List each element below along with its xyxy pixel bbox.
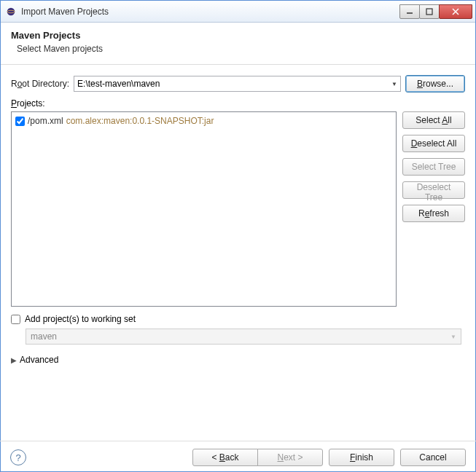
working-set-select: maven ▼ xyxy=(26,329,461,345)
page-title: Maven Projects xyxy=(11,30,465,41)
cancel-button[interactable]: Cancel xyxy=(400,449,466,466)
root-directory-value: E:\test-maven\maven xyxy=(77,79,160,89)
svg-rect-3 xyxy=(426,9,432,15)
working-set-value: maven xyxy=(31,331,57,342)
refresh-button[interactable]: Refresh xyxy=(402,205,465,222)
browse-button[interactable]: Browse... xyxy=(405,75,465,93)
svg-point-0 xyxy=(7,7,15,15)
close-button[interactable] xyxy=(439,4,472,19)
dialog-header: Maven Projects Select Maven projects xyxy=(1,23,475,65)
dropdown-icon: ▼ xyxy=(450,334,456,340)
dropdown-icon: ▼ xyxy=(391,81,397,87)
project-coordinates: com.alex:maven:0.0.1-SNAPSHOT:jar xyxy=(66,116,214,126)
dialog-footer: ? < Back Next > Finish Cancel xyxy=(0,441,476,466)
advanced-label: Advanced xyxy=(20,355,58,365)
minimize-button[interactable] xyxy=(399,4,420,19)
back-button[interactable]: < Back xyxy=(192,449,258,466)
working-set-row: Add project(s) to working set xyxy=(11,314,465,324)
deselect-tree-button: Deselect Tree xyxy=(402,181,465,199)
projects-list[interactable]: /pom.xml com.alex:maven:0.0.1-SNAPSHOT:j… xyxy=(11,111,397,307)
working-set-checkbox[interactable] xyxy=(11,315,20,324)
titlebar: Import Maven Projects xyxy=(1,1,475,23)
next-button: Next > xyxy=(257,449,323,466)
page-subtitle: Select Maven projects xyxy=(17,44,465,54)
root-directory-label: Root Directory: xyxy=(11,79,69,89)
finish-button[interactable]: Finish xyxy=(329,449,394,466)
window-title: Import Maven Projects xyxy=(21,7,400,17)
select-all-button[interactable]: Select All xyxy=(402,111,465,129)
help-icon[interactable]: ? xyxy=(10,449,26,465)
advanced-toggle[interactable]: ▶ Advanced xyxy=(11,355,465,365)
project-item[interactable]: /pom.xml com.alex:maven:0.0.1-SNAPSHOT:j… xyxy=(15,115,393,127)
eclipse-icon xyxy=(5,6,17,17)
working-set-label: Add project(s) to working set xyxy=(25,314,136,324)
project-checkbox[interactable] xyxy=(15,117,25,126)
chevron-right-icon: ▶ xyxy=(11,356,17,364)
project-path: /pom.xml xyxy=(28,116,63,126)
projects-label: Projects: xyxy=(11,98,45,109)
deselect-all-button[interactable]: Deselect All xyxy=(402,135,465,152)
window-controls xyxy=(400,4,472,19)
root-directory-input[interactable]: E:\test-maven\maven ▼ xyxy=(74,76,401,92)
projects-side-buttons: Select All Deselect All Select Tree Dese… xyxy=(402,111,465,307)
maximize-button[interactable] xyxy=(419,4,440,19)
root-directory-row: Root Directory: E:\test-maven\maven ▼ Br… xyxy=(11,75,465,93)
select-tree-button: Select Tree xyxy=(402,158,465,176)
